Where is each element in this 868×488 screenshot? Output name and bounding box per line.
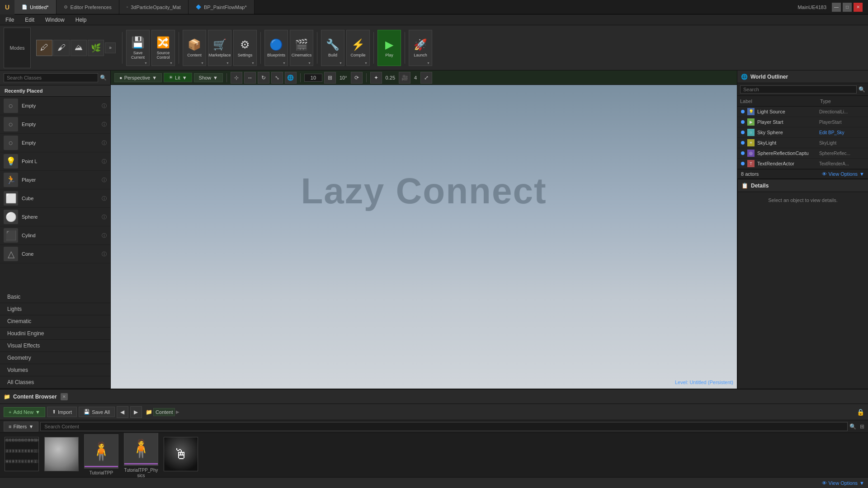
vp-world-btn[interactable]: 🌐 [285,72,297,84]
cone-info[interactable]: ⓘ [102,251,107,258]
level-name-link[interactable]: Untitled (Persistent) [689,380,733,385]
category-lights[interactable]: Lights [0,303,110,315]
save-current-button[interactable]: 💾 Save Current [126,30,150,66]
category-cinematic[interactable]: Cinematic [0,315,110,328]
menu-file[interactable]: File [4,16,16,24]
placement-item-pointlight[interactable]: 💡 Point L ⓘ [0,152,110,171]
placement-item-empty-3[interactable]: ○ Empty ⓘ [0,134,110,152]
empty-info-2[interactable]: ⓘ [102,121,107,128]
cylinder-info[interactable]: ⓘ [102,232,107,239]
player-info[interactable]: ⓘ [102,177,107,183]
cb-lock-button[interactable]: 🔒 [857,408,864,416]
angle-value: 10° [338,75,349,80]
cb-filters-button[interactable]: ≡ Filters ▼ [4,422,38,432]
outliner-search-icon[interactable]: 🔍 [859,86,865,93]
cb-view-options[interactable]: 👁 View Options ▼ [822,480,865,486]
camera-speed-icon[interactable]: 🎥 [399,72,410,84]
cb-add-new-button[interactable]: + Add New ▼ [4,407,45,417]
outliner-search-input[interactable] [740,85,857,94]
cb-search-input[interactable] [40,422,848,431]
tab-editor-prefs[interactable]: ⚙ Editor Preferences [57,0,119,14]
cinematics-button[interactable]: 🎬 Cinematics [290,30,313,66]
outliner-item-skylight[interactable]: ☀ SkyLight SkyLight [737,138,868,148]
outliner-view-options[interactable]: 👁 View Options ▼ [822,171,865,177]
compile-button[interactable]: ⚡ Compile [346,30,370,66]
settings-button[interactable]: ⚙ Settings [233,30,257,66]
build-button[interactable]: 🔧 Build [321,30,344,66]
outliner-item-playerstart[interactable]: ▶ Player Start PlayerStart [737,117,868,127]
sphere-info[interactable]: ⓘ [102,214,107,221]
tab-paintflow[interactable]: 🔷 BP_PaintFlowMap* [189,0,255,14]
placement-item-sphere[interactable]: ⚪ Sphere ⓘ [0,208,110,226]
placement-item-empty-2[interactable]: ○ Empty ⓘ [0,115,110,134]
menu-edit[interactable]: Edit [23,16,36,24]
tab-untitled[interactable]: 📄 Untitled* [14,0,57,14]
placement-item-cylinder[interactable]: ⬛ Cylind ⓘ [0,226,110,245]
outliner-type-3[interactable]: Edit BP_Sky [819,130,864,135]
menu-window[interactable]: Window [43,16,66,24]
tab-particle[interactable]: ▫ 3dParticleOpacity_Mat [119,0,189,14]
cb-grid-view-icon[interactable]: ⊞ [860,423,864,430]
blueprints-button[interactable]: 🔵 Blueprints [264,30,288,66]
vp-translate-btn[interactable]: ↔ [244,72,256,84]
launch-button[interactable]: 🚀 Launch [409,30,432,66]
cb-forward-button[interactable]: ▶ [130,406,142,418]
cb-mouse-item[interactable]: 🖱 [163,437,199,473]
pointlight-info[interactable]: ⓘ [102,158,107,165]
outliner-item-skysphere[interactable]: ○ Sky Sphere Edit BP_Sky [737,127,868,138]
viewport-lit-btn[interactable]: ☀ Lit ▼ [164,73,192,82]
cb-import-button[interactable]: ⬆ Import [47,407,77,417]
category-geometry[interactable]: Geometry [0,352,110,364]
placement-item-player[interactable]: 🏃 Player ⓘ [0,171,110,189]
category-all-classes[interactable]: All Classes [0,376,110,389]
maximize-viewport-btn[interactable]: ⤢ [420,72,432,84]
viewport-show-btn[interactable]: Show ▼ [194,73,223,82]
category-volumes[interactable]: Volumes [0,364,110,376]
outliner-item-textrender[interactable]: T TextRenderActor TextRenderA... [737,159,868,169]
mode-btn-2[interactable]: 🖌 [53,40,70,56]
outliner-item-lightsource[interactable]: 💡 Light Source DirectionalLi... [737,107,868,117]
title-bar-tabs: 📄 Untitled* ⚙ Editor Preferences ▫ 3dPar… [14,0,792,14]
cb-keyboard-item[interactable]: EscF1F2 F3F4F5 F6F7F8 F9F10F11 123 456 7… [4,437,40,473]
scale-icon[interactable]: ✦ [370,72,382,84]
marketplace-button[interactable]: 🛒 Marketplace [208,30,231,66]
mode-btn-3[interactable]: ⛰ [71,40,87,56]
vp-rotate-btn[interactable]: ↻ [258,72,269,84]
placement-item-empty-1[interactable]: ○ Empty ⓘ [0,97,110,115]
rotate-snap-icon[interactable]: ⟳ [351,72,363,84]
mode-btn-4[interactable]: 🌿 [88,40,104,56]
cb-path-content[interactable]: Content [153,408,175,416]
vp-scale-btn[interactable]: ⤡ [271,72,283,84]
cb-save-all-button[interactable]: 💾 Save All [79,407,115,417]
placement-item-cube[interactable]: ⬜ Cube ⓘ [0,189,110,208]
minimize-button[interactable]: — [832,3,841,12]
maximize-button[interactable]: □ [843,3,852,12]
cb-back-button[interactable]: ◀ [117,406,128,418]
category-basic[interactable]: Basic [0,291,110,303]
search-icon[interactable]: 🔍 [100,75,107,81]
grid-icon[interactable]: ⊞ [324,72,336,84]
play-button[interactable]: ▶ Play [377,30,401,66]
cb-tpp-item[interactable]: 🧍 TutorialTPP [83,434,119,476]
category-vfx[interactable]: Visual Effects [0,340,110,352]
outliner-item-sphere-refl[interactable]: ◎ SphereReflectionCaptu SphereReflec... [737,148,868,159]
vp-select-btn[interactable]: ⊹ [231,72,242,84]
cb-close-button[interactable]: ✕ [61,393,68,400]
category-houdini[interactable]: Houdini Engine [0,328,110,340]
source-control-button[interactable]: 🔀 Source Control [151,30,175,66]
placement-item-cone[interactable]: △ Cone ⓘ [0,245,110,263]
mode-btn-expand[interactable]: » [105,42,116,53]
empty-info-1[interactable]: ⓘ [102,103,107,109]
content-button[interactable]: 📦 Content [183,30,206,66]
empty-info-3[interactable]: ⓘ [102,140,107,146]
menu-help[interactable]: Help [74,16,89,24]
close-button[interactable]: ✕ [854,3,863,12]
grid-snap-input[interactable] [304,74,322,82]
search-classes-input[interactable] [4,73,98,82]
viewport-perspective-btn[interactable]: ● Perspective ▼ [114,73,162,82]
cube-info[interactable]: ⓘ [102,195,107,202]
mode-btn-1[interactable]: 🖊 [36,40,52,56]
cb-search-icon[interactable]: 🔍 [849,423,856,430]
cb-sphere-item[interactable] [43,437,80,473]
cb-tpp-physics-item[interactable]: 🧍 TutorialTPP_Physics [123,433,159,477]
